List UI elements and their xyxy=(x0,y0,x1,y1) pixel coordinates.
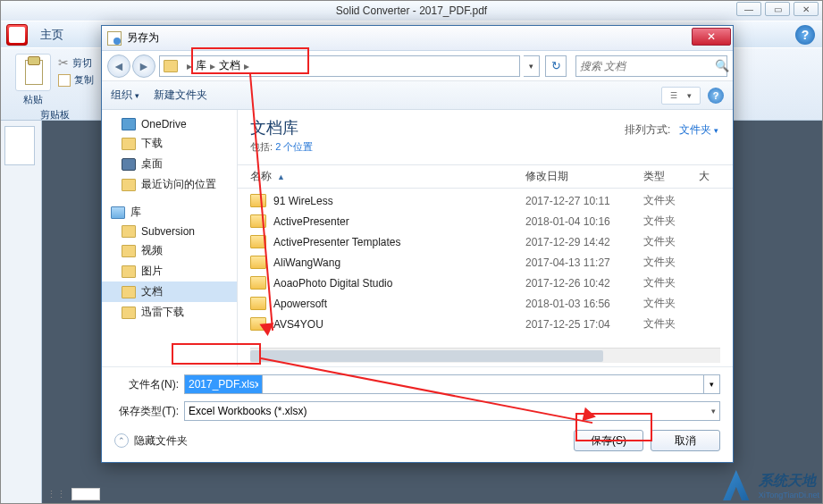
breadcrumb-sep-icon: ▸ xyxy=(244,60,249,72)
list-icon: ☰ xyxy=(670,91,677,100)
expand-icon: ⌃ xyxy=(114,433,129,448)
file-row[interactable]: ActivePresenter Templates2017-12-29 14:4… xyxy=(238,231,733,252)
chevron-down-icon: ▾ xyxy=(687,91,692,100)
copy-button[interactable]: 复制 xyxy=(58,73,94,87)
filename-input-rest[interactable] xyxy=(263,374,704,394)
paste-label: 粘贴 xyxy=(23,93,43,106)
locations-link[interactable]: 2 个位置 xyxy=(275,141,313,152)
sidebar-item[interactable]: OneDrive xyxy=(102,115,237,133)
horizontal-scrollbar[interactable] xyxy=(250,348,720,363)
dialog-footer: 文件名(N): ▾ 保存类型(T): Excel Workbooks (*.xl… xyxy=(102,366,733,462)
page-thumbnail[interactable] xyxy=(4,126,35,165)
breadcrumb-dropdown[interactable]: ▾ xyxy=(524,55,540,77)
thumbnail-panel xyxy=(1,121,42,503)
chevron-down-icon: ▾ xyxy=(711,407,716,416)
file-type: 文件夹 xyxy=(643,296,699,311)
breadcrumb-root[interactable]: 库 xyxy=(196,58,206,73)
sidebar-item[interactable]: 视频 xyxy=(102,240,237,261)
tab-home[interactable]: 主页 xyxy=(40,27,63,43)
sidebar-item[interactable]: 图片 xyxy=(102,261,237,281)
folder-icon xyxy=(122,118,136,130)
file-row[interactable]: Apowersoft2018-01-03 16:56文件夹 xyxy=(238,293,733,314)
dialog-titlebar: 另存为 ✕ xyxy=(102,26,733,51)
help-icon[interactable]: ? xyxy=(708,88,724,104)
scrollbar-thumb[interactable] xyxy=(250,350,603,362)
folder-icon xyxy=(250,276,266,290)
col-date[interactable]: 修改日期 xyxy=(525,169,643,184)
file-date: 2018-01-03 16:56 xyxy=(525,298,643,310)
folder-icon xyxy=(122,158,136,171)
sidebar-item-label: 库 xyxy=(130,205,141,220)
file-row[interactable]: AoaoPhoto Digital Studio2017-12-26 10:42… xyxy=(238,273,733,293)
sidebar-item-label: 最近访问的位置 xyxy=(141,177,216,192)
sidebar-item-label: 图片 xyxy=(141,264,163,279)
cut-button[interactable]: ✂剪切 xyxy=(58,55,94,70)
help-icon[interactable]: ? xyxy=(795,25,815,45)
sidebar-item[interactable]: 最近访问的位置 xyxy=(102,174,237,195)
view-mode-button[interactable]: ☰▾ xyxy=(661,87,701,105)
file-type: 文件夹 xyxy=(643,316,699,332)
sort-asc-icon: ▲ xyxy=(277,172,285,181)
file-date: 2017-04-13 11:27 xyxy=(525,256,643,269)
copy-icon xyxy=(58,74,71,87)
filename-input[interactable] xyxy=(189,378,258,391)
col-size[interactable]: 大 xyxy=(699,169,720,184)
breadcrumb[interactable]: ▸ 库 ▸ 文档 ▸ xyxy=(159,55,520,77)
search-field[interactable] xyxy=(580,60,715,72)
sidebar-item-label: 视频 xyxy=(141,243,163,258)
sidebar-item[interactable]: 桌面 xyxy=(102,154,237,174)
sidebar-item[interactable]: 迅雷下载 xyxy=(102,302,237,323)
file-date: 2017-12-29 14:42 xyxy=(525,236,643,248)
folder-icon xyxy=(122,179,136,191)
app-logo-icon xyxy=(6,24,28,46)
organize-button[interactable]: 组织 ▾ xyxy=(111,88,139,103)
sidebar-item[interactable]: 文档 xyxy=(102,281,237,302)
file-type: 文件夹 xyxy=(643,275,699,290)
sort-value[interactable]: 文件夹 xyxy=(679,123,711,136)
sidebar-item[interactable]: 库 xyxy=(102,202,237,223)
maximize-button[interactable]: ▭ xyxy=(765,2,790,16)
window-controls: — ▭ ✕ xyxy=(736,2,819,16)
file-row[interactable]: 91 WireLess2017-12-27 10:11文件夹 xyxy=(238,190,733,211)
refresh-button[interactable]: ↻ xyxy=(545,55,567,77)
folder-icon xyxy=(250,256,266,269)
file-row[interactable]: AliWangWang2017-04-13 11:27文件夹 xyxy=(238,252,733,273)
search-input[interactable]: 🔍 xyxy=(575,55,727,77)
nav-forward-button[interactable]: ► xyxy=(132,55,155,78)
file-name: ActivePresenter xyxy=(273,215,525,228)
file-type: 文件夹 xyxy=(643,255,699,270)
file-row[interactable]: AVS4YOU2017-12-25 17:04文件夹 xyxy=(238,314,733,334)
file-name: ActivePresenter Templates xyxy=(273,236,525,248)
folder-icon xyxy=(111,206,125,219)
minimize-button[interactable]: — xyxy=(736,2,761,16)
sidebar: OneDrive下载桌面最近访问的位置库Subversion视频图片文档迅雷下载 xyxy=(102,110,238,366)
sidebar-item[interactable]: 下载 xyxy=(102,133,237,154)
hide-folders-toggle[interactable]: ⌃ 隐藏文件夹 xyxy=(114,433,188,449)
filetype-combo[interactable]: Excel Workbooks (*.xlsx) ▾ xyxy=(184,401,720,421)
sidebar-item[interactable]: Subversion xyxy=(102,223,237,240)
file-date: 2017-12-27 10:11 xyxy=(525,195,643,207)
file-list[interactable]: 91 WireLess2017-12-27 10:11文件夹ActivePres… xyxy=(238,189,733,348)
dialog-close-button[interactable]: ✕ xyxy=(692,28,731,46)
nav-back-button[interactable]: ◄ xyxy=(107,55,130,78)
breadcrumb-folder[interactable]: 文档 xyxy=(219,58,240,73)
save-button[interactable]: 保存(S) xyxy=(574,430,643,451)
folder-icon xyxy=(250,235,266,248)
file-name: AliWangWang xyxy=(273,256,525,269)
paste-icon[interactable] xyxy=(15,54,51,91)
file-row[interactable]: ActivePresenter2018-01-04 10:16文件夹 xyxy=(238,211,733,231)
file-name: Apowersoft xyxy=(273,298,525,310)
column-headers: 名称▲ 修改日期 类型 大 xyxy=(238,164,733,189)
watermark-logo-icon xyxy=(718,470,755,500)
cancel-button[interactable]: 取消 xyxy=(651,430,720,451)
breadcrumb-sep-icon: ▸ xyxy=(187,60,192,72)
dialog-title: 另存为 xyxy=(127,30,159,46)
file-date: 2017-12-25 17:04 xyxy=(525,318,643,331)
new-folder-button[interactable]: 新建文件夹 xyxy=(154,88,207,103)
filename-dropdown[interactable]: ▾ xyxy=(704,374,720,394)
close-button[interactable]: ✕ xyxy=(794,2,819,16)
folder-icon xyxy=(250,317,266,331)
col-name[interactable]: 名称▲ xyxy=(250,169,525,184)
sort-control[interactable]: 排列方式: 文件夹 ▾ xyxy=(625,122,718,138)
col-type[interactable]: 类型 xyxy=(643,169,699,184)
